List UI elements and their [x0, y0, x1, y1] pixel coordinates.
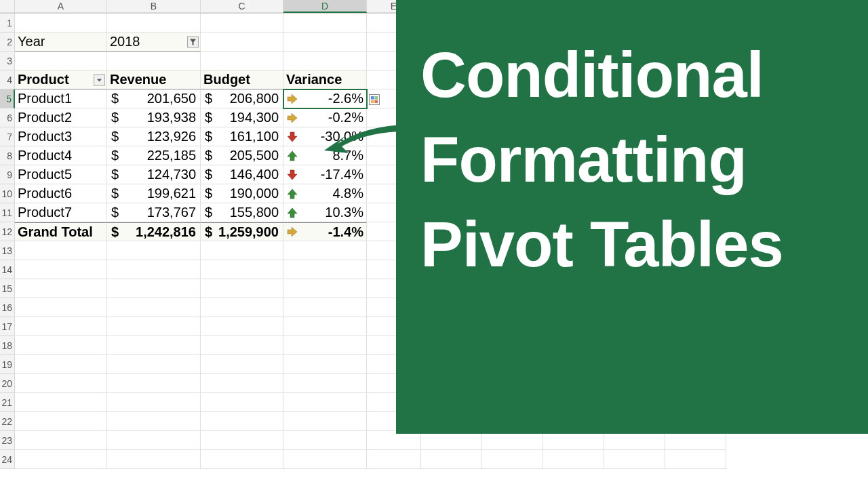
- row-header-21[interactable]: 21: [0, 393, 15, 412]
- budget-cell[interactable]: $155,800: [201, 203, 283, 222]
- pivot-header-budget[interactable]: Budget: [201, 70, 283, 89]
- empty-cell[interactable]: [283, 336, 367, 355]
- empty-cell[interactable]: [482, 431, 543, 450]
- empty-cell[interactable]: [201, 317, 283, 336]
- empty-cell[interactable]: [604, 450, 665, 469]
- empty-cell[interactable]: [107, 298, 201, 317]
- empty-cell[interactable]: [201, 298, 283, 317]
- empty-cell[interactable]: [543, 431, 604, 450]
- empty-cell[interactable]: [15, 241, 107, 260]
- row-header-19[interactable]: 19: [0, 355, 15, 374]
- empty-cell[interactable]: [201, 374, 283, 393]
- row-header-12[interactable]: 12: [0, 222, 15, 241]
- empty-cell[interactable]: [107, 431, 201, 450]
- col-header-D[interactable]: D: [283, 0, 367, 13]
- empty-cell[interactable]: [201, 393, 283, 412]
- col-header-A[interactable]: A: [15, 0, 107, 13]
- empty-cell[interactable]: [201, 14, 283, 33]
- empty-cell[interactable]: [283, 450, 367, 469]
- variance-cell[interactable]: 10.3%: [283, 203, 367, 222]
- grand-total-variance[interactable]: -1.4%: [283, 222, 367, 241]
- row-header-3[interactable]: 3: [0, 52, 15, 70]
- empty-cell[interactable]: [201, 412, 283, 431]
- pivot-header-product[interactable]: Product: [15, 70, 107, 89]
- empty-cell[interactable]: [15, 52, 107, 70]
- grand-total-label[interactable]: Grand Total: [15, 222, 107, 241]
- budget-cell[interactable]: $161,100: [201, 127, 283, 146]
- pivot-header-variance[interactable]: Variance: [283, 70, 367, 89]
- empty-cell[interactable]: [283, 14, 367, 33]
- empty-cell[interactable]: [283, 241, 367, 260]
- empty-cell[interactable]: [421, 450, 482, 469]
- row-header-23[interactable]: 23: [0, 431, 15, 450]
- empty-cell[interactable]: [107, 279, 201, 298]
- filter-dropdown-button[interactable]: [187, 36, 199, 47]
- select-all-button[interactable]: [0, 0, 15, 13]
- revenue-cell[interactable]: $201,650: [107, 89, 201, 108]
- empty-cell[interactable]: [201, 431, 283, 450]
- empty-cell[interactable]: [107, 450, 201, 469]
- empty-cell[interactable]: [201, 241, 283, 260]
- revenue-cell[interactable]: $225,185: [107, 146, 201, 165]
- empty-cell[interactable]: [283, 374, 367, 393]
- empty-cell[interactable]: [201, 33, 283, 52]
- empty-cell[interactable]: [107, 355, 201, 374]
- row-header-22[interactable]: 22: [0, 412, 15, 431]
- empty-cell[interactable]: [604, 431, 665, 450]
- empty-cell[interactable]: [482, 450, 543, 469]
- row-header-8[interactable]: 8: [0, 146, 15, 165]
- empty-cell[interactable]: [15, 412, 107, 431]
- col-header-B[interactable]: B: [107, 0, 201, 13]
- product-cell[interactable]: Product5: [15, 165, 107, 184]
- row-header-6[interactable]: 6: [0, 108, 15, 127]
- empty-cell[interactable]: [107, 241, 201, 260]
- product-cell[interactable]: Product7: [15, 203, 107, 222]
- filter-field-value[interactable]: 2018: [107, 33, 201, 52]
- row-header-10[interactable]: 10: [0, 184, 15, 203]
- product-dropdown-button[interactable]: [94, 74, 105, 85]
- row-header-17[interactable]: 17: [0, 317, 15, 336]
- empty-cell[interactable]: [283, 317, 367, 336]
- empty-cell[interactable]: [283, 393, 367, 412]
- empty-cell[interactable]: [283, 33, 367, 52]
- formatting-options-button[interactable]: [369, 94, 380, 105]
- row-header-4[interactable]: 4: [0, 70, 15, 89]
- empty-cell[interactable]: [367, 450, 421, 469]
- empty-cell[interactable]: [15, 431, 107, 450]
- empty-cell[interactable]: [201, 355, 283, 374]
- empty-cell[interactable]: [283, 260, 367, 279]
- row-header-18[interactable]: 18: [0, 336, 15, 355]
- empty-cell[interactable]: [283, 298, 367, 317]
- grand-total-revenue[interactable]: $1,242,816: [107, 222, 201, 241]
- empty-cell[interactable]: [15, 317, 107, 336]
- revenue-cell[interactable]: $173,767: [107, 203, 201, 222]
- empty-cell[interactable]: [283, 279, 367, 298]
- empty-cell[interactable]: [107, 374, 201, 393]
- empty-cell[interactable]: [201, 336, 283, 355]
- empty-cell[interactable]: [201, 260, 283, 279]
- empty-cell[interactable]: [15, 279, 107, 298]
- empty-cell[interactable]: [107, 393, 201, 412]
- empty-cell[interactable]: [15, 450, 107, 469]
- empty-cell[interactable]: [665, 450, 726, 469]
- empty-cell[interactable]: [283, 412, 367, 431]
- budget-cell[interactable]: $206,800: [201, 89, 283, 108]
- budget-cell[interactable]: $146,400: [201, 165, 283, 184]
- empty-cell[interactable]: [283, 52, 367, 70]
- empty-cell[interactable]: [15, 298, 107, 317]
- row-header-24[interactable]: 24: [0, 450, 15, 469]
- row-header-9[interactable]: 9: [0, 165, 15, 184]
- budget-cell[interactable]: $205,500: [201, 146, 283, 165]
- revenue-cell[interactable]: $124,730: [107, 165, 201, 184]
- budget-cell[interactable]: $194,300: [201, 108, 283, 127]
- empty-cell[interactable]: [107, 14, 201, 33]
- row-header-14[interactable]: 14: [0, 260, 15, 279]
- budget-cell[interactable]: $190,000: [201, 184, 283, 203]
- product-cell[interactable]: Product6: [15, 184, 107, 203]
- row-header-13[interactable]: 13: [0, 241, 15, 260]
- empty-cell[interactable]: [367, 431, 421, 450]
- product-cell[interactable]: Product3: [15, 127, 107, 146]
- empty-cell[interactable]: [15, 374, 107, 393]
- empty-cell[interactable]: [15, 336, 107, 355]
- variance-cell[interactable]: -2.6%: [283, 89, 367, 108]
